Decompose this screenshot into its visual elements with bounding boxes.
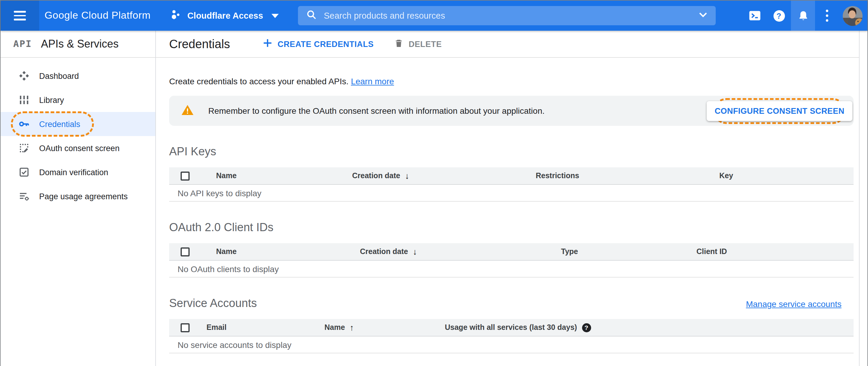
column-creation-date[interactable]: Creation date ↓ (360, 247, 561, 256)
page-content: Create credentials to access your enable… (156, 75, 867, 353)
usage-help-icon[interactable] (582, 323, 591, 332)
search-bar[interactable] (298, 6, 716, 25)
notifications-bell-icon[interactable] (791, 1, 815, 31)
project-name: Cloudflare Access (187, 11, 263, 21)
search-input[interactable] (324, 11, 696, 21)
sidebar-item-label: Dashboard (39, 71, 79, 80)
project-caret-icon (272, 13, 279, 18)
column-name: Name (216, 247, 360, 256)
service-accounts-table: Email Name ↑ Usage with all services (la… (169, 319, 854, 353)
screen: Google Cloud Platform Cloudflare Access (0, 0, 868, 366)
sidebar-item-domain-verification[interactable]: Domain verification (1, 160, 155, 184)
sidebar-header: API APIs & Services (1, 31, 155, 58)
sidebar-item-label: Page usage agreements (39, 192, 128, 201)
sidebar-item-library[interactable]: Library (1, 88, 155, 112)
scrollbar-track[interactable] (859, 31, 867, 366)
sidebar-item-label: OAuth consent screen (39, 144, 120, 153)
avatar[interactable] (843, 6, 863, 26)
top-bar: Google Cloud Platform Cloudflare Access (1, 1, 867, 31)
api-keys-table-header: Name Creation date ↓ Restrictions Key (169, 167, 854, 185)
column-key: Key (719, 172, 854, 180)
consent-warning-banner: Remember to configure the OAuth consent … (169, 96, 854, 126)
sidebar-item-label: Domain verification (39, 167, 108, 177)
product-name: APIs & Services (41, 38, 119, 50)
page-header: Credentials CREATE CREDENTIALS DELETE (156, 31, 867, 58)
sidebar-item-page-usage-agreements[interactable]: Page usage agreements (1, 184, 155, 208)
search-chevron-down-icon[interactable] (696, 8, 710, 24)
sidebar-item-credentials[interactable]: Credentials (1, 112, 155, 136)
select-all-checkbox[interactable] (181, 323, 190, 332)
column-email: Email (207, 323, 324, 332)
select-all-checkbox[interactable] (181, 247, 190, 256)
project-selector[interactable]: Cloudflare Access (170, 9, 279, 22)
sidebar-item-oauth-consent-screen[interactable]: OAuth consent screen (1, 136, 155, 160)
column-creation-date[interactable]: Creation date ↓ (352, 171, 536, 181)
consent-screen-icon (19, 143, 30, 153)
library-icon (19, 94, 30, 105)
main-area: Credentials CREATE CREDENTIALS DELETE (156, 31, 867, 366)
sort-asc-icon: ↑ (350, 323, 354, 332)
api-keys-empty-state: No API keys to display (169, 185, 854, 202)
select-all-checkbox[interactable] (181, 171, 190, 180)
plus-icon (263, 38, 272, 49)
trash-icon (394, 38, 403, 50)
more-vertical-icon[interactable] (815, 1, 839, 31)
sidebar-item-dashboard[interactable]: Dashboard (1, 64, 155, 88)
page-title: Credentials (169, 37, 230, 51)
learn-more-link[interactable]: Learn more (351, 77, 394, 86)
api-product-logo: API (13, 38, 32, 49)
project-hexagons-icon (170, 9, 181, 22)
manage-service-accounts-link[interactable]: Manage service accounts (746, 299, 841, 309)
column-client-id: Client ID (696, 247, 854, 256)
sidebar-item-label: Library (39, 95, 64, 104)
key-icon (19, 119, 30, 129)
intro-sentence: Create credentials to access your enable… (169, 77, 348, 86)
api-keys-heading: API Keys (169, 145, 854, 158)
intro-text: Create credentials to access your enable… (169, 75, 854, 87)
sort-desc-icon: ↓ (413, 247, 417, 256)
column-restrictions: Restrictions (536, 172, 719, 180)
sort-desc-icon: ↓ (405, 171, 409, 181)
oauth-clients-table: Name Creation date ↓ Type Client ID No O… (169, 243, 854, 277)
consent-button-annotation: CONFIGURE CONSENT SCREEN (713, 98, 846, 124)
oauth-empty-state: No OAuth clients to display (169, 261, 854, 277)
dashboard-icon (19, 70, 30, 81)
brand-title[interactable]: Google Cloud Platform (44, 10, 151, 22)
column-name: Name (216, 172, 352, 180)
api-keys-table: Name Creation date ↓ Restrictions Key No… (169, 167, 854, 202)
hamburger-menu-icon[interactable] (1, 1, 39, 31)
configure-consent-screen-button[interactable]: CONFIGURE CONSENT SCREEN (707, 101, 852, 121)
column-name[interactable]: Name ↑ (324, 323, 445, 332)
sidebar: API APIs & Services Dashboard (1, 31, 156, 366)
column-usage: Usage with all services (last 30 days) (445, 323, 854, 332)
oauth-clients-heading: OAuth 2.0 Client IDs (169, 221, 854, 234)
cloud-shell-icon[interactable] (743, 1, 767, 31)
sidebar-item-label: Credentials (39, 120, 80, 128)
search-icon (306, 9, 317, 22)
delete-button[interactable]: DELETE (394, 38, 442, 50)
checkbox-check-icon (19, 167, 30, 178)
service-accounts-heading: Service Accounts (169, 297, 257, 310)
help-icon[interactable] (767, 1, 791, 31)
sidebar-nav: Dashboard Library (1, 58, 155, 208)
list-gear-icon (19, 191, 30, 202)
warning-icon (181, 104, 194, 118)
topbar-actions (743, 1, 863, 31)
oauth-table-header: Name Creation date ↓ Type Client ID (169, 243, 854, 261)
create-credentials-button[interactable]: CREATE CREDENTIALS (263, 38, 373, 49)
banner-text: Remember to configure the OAuth consent … (208, 106, 545, 116)
service-accounts-table-header: Email Name ↑ Usage with all services (la… (169, 319, 854, 336)
service-accounts-empty-state: No service accounts to display (169, 336, 854, 353)
column-type: Type (561, 247, 696, 256)
